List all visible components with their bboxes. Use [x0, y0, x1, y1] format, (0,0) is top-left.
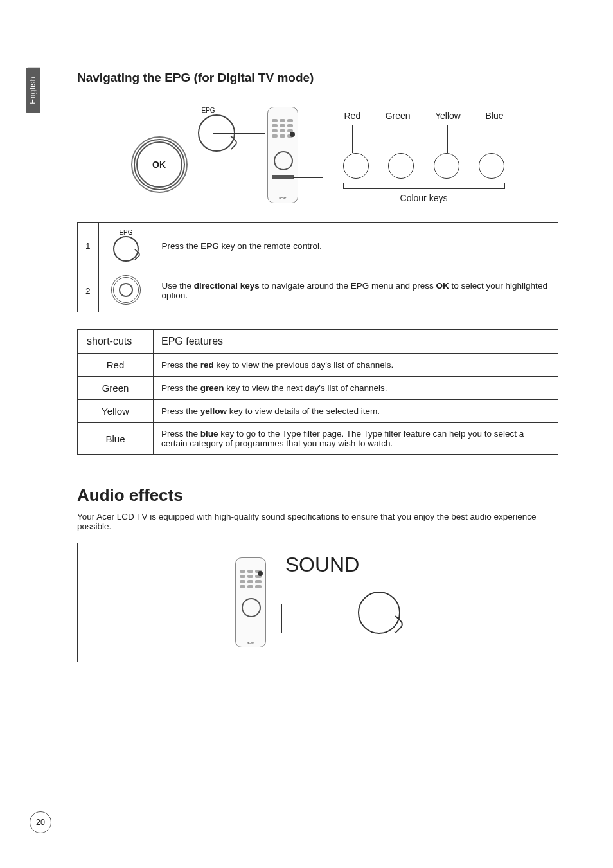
colour-key-yellow-label: Yellow	[435, 111, 461, 121]
ok-ring-icon: OK	[134, 139, 185, 190]
text: Press the	[161, 429, 200, 439]
step-icon-cell	[98, 269, 154, 312]
colour-keys-diagram: Red Green Yellow Blue Colour keys	[341, 107, 508, 203]
remote-brand: acer	[268, 196, 298, 200]
remote-brand: acer	[236, 640, 265, 644]
remote-diagram: acer	[251, 107, 315, 203]
table-row: Green Press the green key to view the ne…	[78, 377, 558, 400]
step-description: Use the directional keys to navigate aro…	[154, 269, 558, 312]
section-title: Navigating the EPG (for Digital TV mode)	[77, 71, 558, 85]
table-row: Red Press the red key to view the previo…	[78, 354, 558, 377]
text-bold: yellow	[200, 406, 227, 416]
text: key to view details of the selected item…	[227, 406, 380, 416]
table-row: 1 EPG Press the EPG key on the remote co…	[78, 223, 558, 269]
shortcut-description: Press the yellow key to view details of …	[154, 400, 558, 423]
colour-key-red-label: Red	[344, 111, 361, 121]
callout-line	[281, 604, 298, 633]
text: key to view the previous day's list of c…	[214, 360, 393, 370]
press-gesture-icon	[113, 236, 139, 262]
remote-icon: acer	[235, 557, 266, 647]
steps-table: 1 EPG Press the EPG key on the remote co…	[77, 222, 558, 312]
text: Use the	[162, 281, 194, 291]
table-row: Yellow Press the yellow key to view deta…	[78, 400, 558, 423]
shortcut-label: Red	[78, 354, 154, 377]
shortcut-label: Green	[78, 377, 154, 400]
shortcut-label: Yellow	[78, 400, 154, 423]
step-icon-cell: EPG	[98, 223, 154, 269]
text: key to view the next day's list of chann…	[224, 383, 387, 393]
colour-key-circle-icon	[434, 153, 459, 179]
colour-key-green-label: Green	[386, 111, 411, 121]
text-bold: green	[200, 383, 224, 393]
text-bold: OK	[436, 281, 449, 291]
shortcuts-table: short-cuts EPG features Red Press the re…	[77, 329, 558, 455]
colour-key-circle-icon	[388, 153, 414, 179]
colour-keys-caption: Colour keys	[341, 193, 508, 203]
shortcut-description: Press the blue key to go to the Type fil…	[154, 423, 558, 455]
colour-key-circle-icon	[343, 153, 369, 179]
remote-epg-dot-icon	[290, 132, 295, 137]
page-number: 20	[30, 811, 51, 833]
remote-sound-dot-icon	[258, 571, 263, 576]
shortcut-label: Blue	[78, 423, 154, 455]
press-gesture-icon	[358, 592, 400, 634]
text-bold: directional keys	[194, 281, 260, 291]
text-bold: EPG	[200, 241, 219, 251]
step-number: 1	[78, 223, 99, 269]
remote-navpad-icon	[242, 598, 261, 617]
sound-diagram-box: acer SOUND	[77, 543, 558, 662]
text: Press the	[162, 241, 201, 251]
audio-body: Your Acer LCD TV is equipped with high-q…	[77, 512, 558, 531]
remote-navpad-icon	[274, 151, 293, 170]
sound-callout: SOUND	[285, 571, 360, 633]
table-row: 2 Use the directional keys to navigate a…	[78, 269, 558, 312]
shortcut-description: Press the green key to view the next day…	[154, 377, 558, 400]
colour-key-blue-label: Blue	[485, 111, 503, 121]
text: key on the remote control.	[219, 241, 322, 251]
text: Press the	[161, 360, 200, 370]
text-bold: red	[200, 360, 214, 370]
page-content: Navigating the EPG (for Digital TV mode)…	[0, 0, 613, 662]
text: Press the	[161, 406, 200, 416]
remote-colour-bar-icon	[272, 175, 294, 179]
bracket-icon	[343, 183, 505, 189]
sound-label: SOUND	[285, 553, 360, 577]
shortcuts-header-left: short-cuts	[78, 330, 154, 354]
step-number: 2	[78, 269, 99, 312]
audio-heading: Audio effects	[77, 485, 558, 505]
step-description: Press the EPG key on the remote control.	[154, 223, 558, 269]
ok-button-diagram: EPG OK	[129, 107, 225, 203]
table-header-row: short-cuts EPG features	[78, 330, 558, 354]
text: Press the	[161, 383, 200, 393]
callout-line	[293, 177, 323, 178]
remote-icon: acer	[267, 107, 298, 203]
epg-small-label: EPG	[202, 107, 215, 114]
epg-icon-label: EPG	[107, 229, 146, 236]
shortcuts-header-right: EPG features	[154, 330, 558, 354]
language-tab: English	[26, 68, 40, 113]
table-row: Blue Press the blue key to go to the Typ…	[78, 423, 558, 455]
shortcut-description: Press the red key to view the previous d…	[154, 354, 558, 377]
text: to navigate around the EPG menu and pres…	[260, 281, 436, 291]
epg-diagram: EPG OK acer Red Green Yellow Blue	[77, 107, 558, 203]
navpad-icon	[111, 275, 141, 305]
callout-line	[213, 133, 265, 134]
colour-key-circle-icon	[479, 153, 504, 179]
text-bold: blue	[200, 429, 218, 439]
